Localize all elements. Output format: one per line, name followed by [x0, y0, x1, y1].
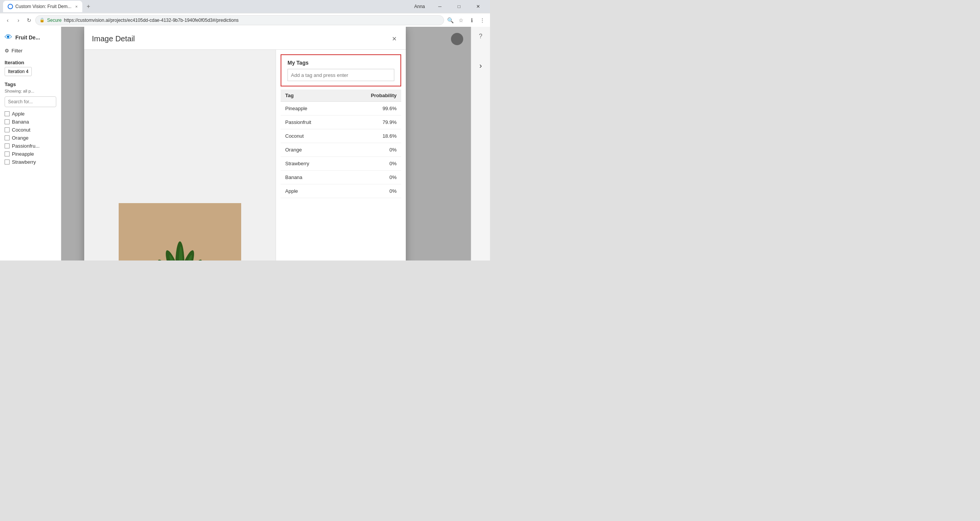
tag-checkbox-passionfruit[interactable]	[5, 143, 10, 148]
filter-label: Filter	[11, 48, 23, 54]
tag-checkbox-orange[interactable]	[5, 135, 10, 140]
tag-item-strawberry[interactable]: Strawberry	[5, 159, 56, 165]
url-text: https://customvision.ai/projects/ec4105d…	[64, 18, 238, 23]
tag-checkbox-coconut[interactable]	[5, 127, 10, 132]
tag-item-passionfruit[interactable]: Passionfru...	[5, 143, 56, 149]
right-edge-arrow[interactable]: ›	[479, 61, 482, 70]
tag-item-pineapple[interactable]: Pineapple	[5, 151, 56, 157]
table-row: Pineapple 99.6%	[281, 102, 401, 116]
pred-tag-coconut: Coconut	[281, 129, 341, 143]
filter-icon: ⚙	[5, 48, 9, 54]
svg-point-0	[8, 5, 12, 8]
tags-label: Tags	[5, 81, 56, 87]
table-row: Orange 0%	[281, 143, 401, 157]
filter-btn[interactable]: ⚙ Filter	[5, 48, 56, 54]
tag-label-coconut: Coconut	[12, 127, 30, 133]
user-avatar[interactable]	[451, 33, 463, 45]
new-tab-btn[interactable]: +	[84, 2, 93, 11]
pred-tag-strawberry: Strawberry	[281, 157, 341, 171]
bookmark-btn[interactable]: ☆	[456, 16, 466, 25]
tag-checkbox-strawberry[interactable]	[5, 160, 10, 164]
col-header-tag: Tag	[281, 90, 341, 102]
sidebar-logo: 👁 Fruit De...	[5, 33, 56, 42]
table-row: Banana 0%	[281, 171, 401, 184]
modal-close-btn[interactable]: ×	[390, 33, 398, 45]
tab-favicon	[8, 4, 13, 9]
refresh-btn[interactable]: ↻	[24, 16, 34, 25]
iteration-label: Iteration	[5, 60, 56, 65]
table-row: Strawberry 0%	[281, 157, 401, 171]
pred-tag-apple: Apple	[281, 184, 341, 198]
pred-tag-passionfruit: Passionfruit	[281, 116, 341, 129]
right-edge-question: ?	[479, 33, 482, 40]
info-btn[interactable]: ℹ	[467, 16, 476, 25]
image-detail-modal: Image Detail ×	[84, 27, 406, 260]
url-bar[interactable]: 🔒 Secure https://customvision.ai/project…	[35, 15, 444, 25]
tag-label-pineapple: Pineapple	[12, 151, 34, 157]
user-name-label: Anna	[411, 4, 428, 9]
pred-prob-banana: 0%	[341, 171, 401, 184]
tag-label-orange: Orange	[12, 135, 28, 141]
my-tags-label: My Tags	[287, 60, 394, 66]
right-panel: My Tags Tag Probability	[276, 50, 406, 260]
tag-item-orange[interactable]: Orange	[5, 135, 56, 141]
app-name: Fruit De...	[15, 34, 40, 41]
active-tab[interactable]: Custom Vision: Fruit Dem... ×	[3, 1, 82, 12]
tag-label-passionfruit: Passionfru...	[12, 143, 39, 149]
tab-title: Custom Vision: Fruit Dem...	[15, 4, 71, 9]
tag-list: Apple Banana Coconut Orange Passionfru..…	[5, 111, 56, 165]
modal-header: Image Detail ×	[84, 27, 406, 50]
table-row: Coconut 18.6%	[281, 129, 401, 143]
modal-overlay: Image Detail ×	[61, 27, 490, 260]
tag-checkbox-pineapple[interactable]	[5, 151, 10, 156]
tag-label-banana: Banana	[12, 119, 29, 125]
pred-prob-apple: 0%	[341, 184, 401, 198]
window-close-btn[interactable]: ✕	[469, 0, 487, 13]
pred-tag-banana: Banana	[281, 171, 341, 184]
tab-close-btn[interactable]: ×	[75, 4, 77, 9]
image-panel	[84, 50, 276, 260]
main-panel: Image Detail ×	[61, 27, 490, 260]
tag-label-apple: Apple	[12, 111, 24, 117]
col-header-prob: Probability	[341, 90, 401, 102]
pred-prob-passionfruit: 79.9%	[341, 116, 401, 129]
search-btn[interactable]: 🔍	[446, 16, 455, 25]
pred-tag-orange: Orange	[281, 143, 341, 157]
pred-prob-strawberry: 0%	[341, 157, 401, 171]
modal-title: Image Detail	[92, 34, 135, 43]
predictions-section: Tag Probability Pineapple 99.6%	[276, 90, 406, 260]
pred-tag-pineapple: Pineapple	[281, 102, 341, 116]
secure-label: Secure	[47, 18, 62, 23]
modal-body: My Tags Tag Probability	[84, 50, 406, 260]
back-btn[interactable]: ‹	[3, 16, 12, 25]
secure-icon: 🔒	[39, 18, 45, 23]
my-tags-section: My Tags	[281, 54, 401, 86]
tag-checkbox-apple[interactable]	[5, 111, 10, 116]
logo-icon: 👁	[5, 33, 12, 42]
maximize-btn[interactable]: □	[450, 0, 468, 13]
predictions-table: Tag Probability Pineapple 99.6%	[281, 90, 401, 198]
tag-search-input[interactable]	[5, 96, 56, 107]
tag-label-strawberry: Strawberry	[12, 159, 36, 165]
tag-checkbox-banana[interactable]	[5, 119, 10, 124]
menu-btn[interactable]: ⋮	[478, 16, 487, 25]
table-row: Passionfruit 79.9%	[281, 116, 401, 129]
forward-btn[interactable]: ›	[14, 16, 23, 25]
tag-item-coconut[interactable]: Coconut	[5, 127, 56, 133]
showing-label: Showing: all p...	[5, 89, 56, 93]
table-row: Apple 0%	[281, 184, 401, 198]
minimize-btn[interactable]: ─	[431, 0, 449, 13]
predictions-scroll[interactable]: Tag Probability Pineapple 99.6%	[281, 90, 401, 260]
pred-prob-pineapple: 99.6%	[341, 102, 401, 116]
pineapple-image	[119, 203, 241, 260]
right-edge-panel: ? ›	[471, 27, 490, 260]
sidebar: 👁 Fruit De... ⚙ Filter Iteration Iterati…	[0, 27, 61, 260]
pred-prob-orange: 0%	[341, 143, 401, 157]
iteration-selector[interactable]: Iteration 4	[5, 67, 32, 76]
tag-item-apple[interactable]: Apple	[5, 111, 56, 117]
tag-input[interactable]	[287, 69, 394, 81]
pred-prob-coconut: 18.6%	[341, 129, 401, 143]
tag-item-banana[interactable]: Banana	[5, 119, 56, 125]
